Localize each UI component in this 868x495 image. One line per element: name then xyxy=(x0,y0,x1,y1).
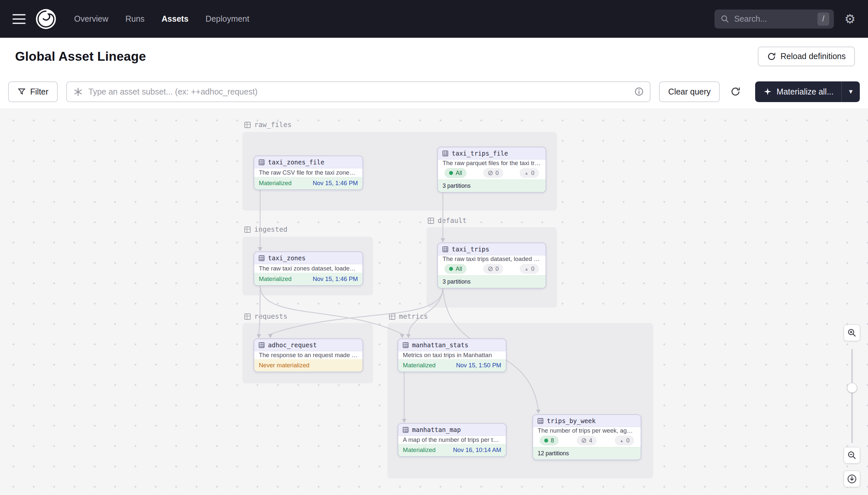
group-grid-icon xyxy=(389,313,396,320)
asset-status-row: Never materialized xyxy=(254,359,362,372)
asset-name: manhattan_map xyxy=(412,426,461,433)
asset-node-header[interactable]: manhattan_stats xyxy=(398,339,506,351)
reload-definitions-button[interactable]: Reload definitions xyxy=(758,47,855,66)
gear-icon[interactable]: ⚙ xyxy=(844,13,855,25)
group-label-requests[interactable]: requests xyxy=(244,312,287,320)
menu-icon[interactable] xyxy=(13,14,25,24)
asset-node-header[interactable]: taxi_trips_file xyxy=(438,148,546,159)
table-icon xyxy=(403,342,409,348)
nav-link-overview[interactable]: Overview xyxy=(74,14,108,24)
materialize-options-caret[interactable]: ▾ xyxy=(842,81,860,102)
group-label-raw-files[interactable]: raw_files xyxy=(244,121,291,129)
asset-name: taxi_zones_file xyxy=(268,158,324,166)
status-label: Materialized xyxy=(403,446,436,454)
asset-node-taxi-zones[interactable]: taxi_zones The raw taxi zones dataset, l… xyxy=(253,252,363,286)
asset-node-trips-by-week[interactable]: trips_by_week The number of trips per we… xyxy=(532,414,641,460)
group-grid-icon xyxy=(427,217,434,224)
filter-button[interactable]: Filter xyxy=(8,81,58,102)
materialized-count-badge[interactable]: All xyxy=(444,264,466,274)
status-label: Materialized xyxy=(403,362,436,369)
asset-node-header[interactable]: taxi_trips xyxy=(438,243,546,255)
asset-status-row: Materialized Nov 15, 1:46 PM xyxy=(254,177,362,189)
filter-label: Filter xyxy=(30,87,49,97)
warning-triangle-icon: ▲ xyxy=(524,267,529,271)
search-icon xyxy=(720,14,730,24)
failed-count-badge[interactable]: 0 xyxy=(483,168,503,178)
asset-node-taxi-trips-file[interactable]: taxi_trips_file The raw parquet files fo… xyxy=(437,147,546,193)
partitions-footer[interactable]: 12 partitions xyxy=(533,447,641,460)
failed-icon xyxy=(488,170,493,176)
nav-link-assets[interactable]: Assets xyxy=(162,14,189,24)
zoom-out-button[interactable] xyxy=(844,447,860,463)
search-input[interactable] xyxy=(734,14,813,24)
failed-count-badge[interactable]: 0 xyxy=(483,264,503,274)
group-grid-icon xyxy=(244,313,251,320)
asset-description: The raw taxi zones dataset, loaded int..… xyxy=(254,264,362,273)
group-grid-icon xyxy=(244,121,251,129)
asset-name: manhattan_stats xyxy=(412,341,468,348)
materialize-all-button[interactable]: Materialize all... ▾ xyxy=(755,81,860,102)
status-label: Materialized xyxy=(259,180,291,187)
asset-node-taxi-zones-file[interactable]: taxi_zones_file The raw CSV file for the… xyxy=(253,156,363,190)
global-search[interactable]: / xyxy=(714,10,834,29)
materialized-count-badge[interactable]: All xyxy=(444,168,466,178)
asset-node-header[interactable]: adhoc_request xyxy=(254,339,362,351)
asset-description: Metrics on taxi trips in Manhattan xyxy=(398,351,506,359)
failed-icon xyxy=(488,266,493,271)
partitions-footer[interactable]: 3 partitions xyxy=(438,275,546,288)
asset-node-header[interactable]: taxi_zones xyxy=(254,252,362,264)
asset-node-manhattan-stats[interactable]: manhattan_stats Metrics on taxi trips in… xyxy=(397,338,507,372)
green-dot-icon xyxy=(449,171,453,175)
asset-name: taxi_trips xyxy=(452,245,489,253)
asset-node-header[interactable]: manhattan_map xyxy=(398,424,506,436)
page-title: Global Asset Lineage xyxy=(15,49,146,64)
partition-badges: All 0 ▲0 xyxy=(438,262,546,275)
missing-count-badge[interactable]: ▲0 xyxy=(520,168,539,178)
zoom-slider-track[interactable] xyxy=(851,349,853,443)
partitions-footer[interactable]: 3 partitions xyxy=(438,180,546,192)
asset-query-field xyxy=(66,81,651,102)
missing-count-badge[interactable]: ▲0 xyxy=(520,264,539,274)
asset-query-input[interactable] xyxy=(66,81,651,102)
status-timestamp[interactable]: Nov 16, 10:14 AM xyxy=(453,446,501,454)
info-icon[interactable] xyxy=(634,87,644,97)
status-timestamp[interactable]: Nov 15, 1:46 PM xyxy=(313,275,358,283)
asset-node-taxi-trips[interactable]: taxi_trips The raw taxi trips dataset, l… xyxy=(437,243,546,289)
warning-triangle-icon: ▲ xyxy=(524,171,529,176)
status-timestamp[interactable]: Nov 15, 1:46 PM xyxy=(313,180,358,187)
asset-description: The response to an request made in th... xyxy=(254,351,362,359)
group-label-ingested[interactable]: ingested xyxy=(244,225,287,233)
nav-link-deployment[interactable]: Deployment xyxy=(206,14,249,24)
green-dot-icon xyxy=(544,439,548,443)
missing-count-badge[interactable]: ▲0 xyxy=(615,436,634,445)
group-grid-icon xyxy=(244,226,251,233)
zoom-slider-handle[interactable] xyxy=(847,383,857,393)
asset-node-header[interactable]: trips_by_week xyxy=(533,415,641,427)
materialize-all-label: Materialize all... xyxy=(777,87,834,97)
asset-name: taxi_zones xyxy=(268,254,305,262)
asset-status-row: Materialized Nov 15, 1:50 PM xyxy=(398,359,506,372)
status-timestamp[interactable]: Nov 15, 1:50 PM xyxy=(456,362,501,369)
zoom-in-button[interactable] xyxy=(844,325,860,341)
failed-count-badge[interactable]: 4 xyxy=(577,436,597,445)
asset-node-adhoc-request[interactable]: adhoc_request The response to an request… xyxy=(253,338,363,372)
asset-description: The number of trips per week, aggreg... xyxy=(533,427,641,434)
asset-status-row: Materialized Nov 15, 1:46 PM xyxy=(254,273,362,285)
group-label-metrics[interactable]: metrics xyxy=(389,312,428,320)
lineage-canvas[interactable]: raw_files ingested default requests metr… xyxy=(0,108,868,495)
nav-link-runs[interactable]: Runs xyxy=(125,14,144,24)
download-image-button[interactable] xyxy=(844,471,860,487)
green-dot-icon xyxy=(449,267,453,271)
reload-definitions-label: Reload definitions xyxy=(780,52,846,61)
zoom-in-icon xyxy=(847,328,857,338)
materialized-count-badge[interactable]: 8 xyxy=(539,436,559,445)
asset-node-header[interactable]: taxi_zones_file xyxy=(254,156,362,168)
asset-node-manhattan-map[interactable]: manhattan_map A map of the number of tri… xyxy=(397,423,507,457)
clear-query-button[interactable]: Clear query xyxy=(659,81,720,102)
group-label-default[interactable]: default xyxy=(427,217,467,224)
clear-query-label: Clear query xyxy=(668,87,711,97)
refresh-query-button[interactable] xyxy=(728,84,743,99)
dagster-logo[interactable] xyxy=(35,8,56,30)
status-label: Materialized xyxy=(259,275,291,283)
asset-description: The raw CSV file for the taxi zones dat.… xyxy=(254,168,362,177)
